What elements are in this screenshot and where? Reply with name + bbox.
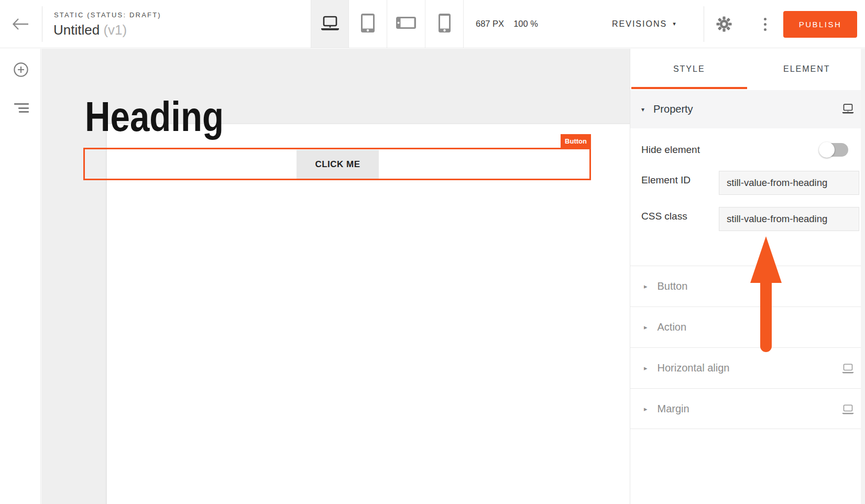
viewport-info: 687 PX 100 % xyxy=(476,0,538,48)
section-horizontal-align[interactable]: ▸ Horizontal align xyxy=(630,347,865,388)
chevron-right-icon: ▸ xyxy=(644,405,648,413)
css-class-input[interactable] xyxy=(719,207,859,231)
divider xyxy=(704,6,704,42)
toggle-knob xyxy=(819,142,835,158)
device-phone-button[interactable] xyxy=(425,0,464,48)
arrow-left-icon xyxy=(9,26,31,35)
indent-lines-icon xyxy=(14,103,29,105)
revisions-dropdown[interactable]: REVISIONS ▾ xyxy=(612,0,676,48)
desktop-scope-icon[interactable] xyxy=(842,104,854,116)
left-toolbar xyxy=(0,49,41,504)
element-id-label: Element ID xyxy=(641,174,691,186)
more-options-button[interactable] xyxy=(760,15,770,34)
property-section-header[interactable]: ▾ Property xyxy=(630,90,865,128)
css-class-label: CSS class xyxy=(641,211,687,222)
top-bar: STATIC (STATUS: DRAFT) Untitled (v1) xyxy=(0,0,865,48)
device-preview-switcher xyxy=(311,0,464,48)
chevron-down-icon: ▾ xyxy=(673,20,676,27)
doc-version: (v1) xyxy=(103,22,127,38)
chevron-right-icon: ▸ xyxy=(644,282,648,290)
publish-button[interactable]: PUBLISH xyxy=(783,11,857,38)
section-label: Horizontal align xyxy=(658,362,730,374)
laptop-icon xyxy=(320,15,340,33)
section-label: Margin xyxy=(658,403,689,415)
panel-scrollbar[interactable] xyxy=(861,49,865,504)
selected-element-tag: Button xyxy=(561,134,591,148)
viewport-width-value: 687 PX xyxy=(476,19,504,29)
canvas-button-element[interactable]: CLICK ME xyxy=(297,150,379,179)
property-section-title: Property xyxy=(653,103,693,115)
plus-circle-icon xyxy=(14,70,28,79)
section-button[interactable]: ▸ Button xyxy=(630,266,865,306)
outline-tree-button[interactable] xyxy=(14,103,29,113)
doc-title: Untitled (v1) xyxy=(53,22,127,38)
add-element-button[interactable] xyxy=(14,62,28,77)
section-label: Button xyxy=(658,280,688,292)
settings-panel: STYLE ELEMENT ▾ Property Hide element El… xyxy=(630,49,865,504)
tablet-portrait-icon xyxy=(361,14,375,35)
device-phone-landscape-button[interactable] xyxy=(387,0,425,48)
tab-style[interactable]: STYLE xyxy=(630,49,748,89)
back-button[interactable] xyxy=(9,15,31,34)
page-surface[interactable] xyxy=(107,124,648,504)
page-builder-app: STATIC (STATUS: DRAFT) Untitled (v1) xyxy=(0,0,865,504)
divider xyxy=(42,6,42,42)
hide-element-label: Hide element xyxy=(641,144,700,156)
panel-tabs: STYLE ELEMENT xyxy=(630,49,865,89)
chevron-down-icon: ▾ xyxy=(641,106,644,113)
hide-element-toggle[interactable] xyxy=(821,143,848,157)
kebab-menu-icon xyxy=(764,18,767,20)
phone-landscape-icon xyxy=(396,17,416,31)
device-tablet-button[interactable] xyxy=(349,0,387,48)
section-margin[interactable]: ▸ Margin xyxy=(630,388,865,429)
section-label: Action xyxy=(658,321,687,333)
device-desktop-button[interactable] xyxy=(311,0,349,48)
settings-button[interactable] xyxy=(716,16,732,32)
canvas-heading-element[interactable]: Heading xyxy=(85,96,224,138)
section-action[interactable]: ▸ Action xyxy=(630,306,865,347)
doc-title-text: Untitled xyxy=(53,22,100,38)
desktop-scope-icon[interactable] xyxy=(842,364,854,376)
desktop-scope-icon[interactable] xyxy=(842,404,854,417)
zoom-level-value: 100 % xyxy=(513,19,538,29)
doc-status-label: STATIC (STATUS: DRAFT) xyxy=(54,11,161,19)
gear-icon xyxy=(716,25,732,34)
element-id-input[interactable] xyxy=(719,171,859,195)
phone-portrait-icon xyxy=(439,14,451,35)
revisions-label: REVISIONS xyxy=(612,19,667,29)
tab-element[interactable]: ELEMENT xyxy=(748,49,865,89)
chevron-right-icon: ▸ xyxy=(644,323,648,331)
chevron-right-icon: ▸ xyxy=(644,364,648,372)
